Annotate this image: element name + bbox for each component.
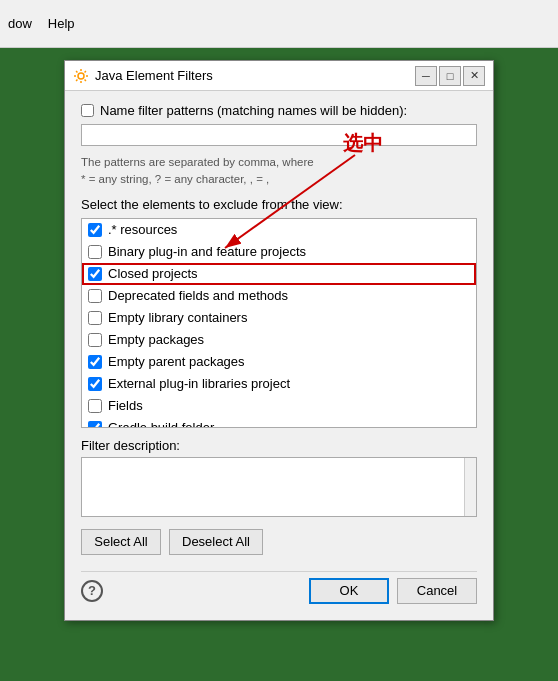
list-item[interactable]: Gradle build folder — [82, 417, 476, 428]
dialog-titlebar: Java Element Filters ─ □ ✕ — [65, 61, 493, 91]
menu-window[interactable]: dow — [8, 16, 32, 31]
checkbox-6[interactable] — [88, 355, 102, 369]
name-filter-row: Name filter patterns (matching names wil… — [81, 103, 477, 118]
select-all-button[interactable]: Select All — [81, 529, 161, 555]
list-item[interactable]: External plug-in libraries project — [82, 373, 476, 395]
checkbox-9[interactable] — [88, 421, 102, 428]
list-item-label: Empty library containers — [108, 310, 247, 325]
list-item-label: Gradle build folder — [108, 420, 214, 428]
bottom-buttons: OK Cancel — [309, 578, 477, 604]
dialog-title: Java Element Filters — [95, 68, 415, 83]
checkbox-1[interactable] — [88, 245, 102, 259]
name-filter-label: Name filter patterns (matching names wil… — [100, 103, 407, 118]
bottom-row: ? OK Cancel — [81, 571, 477, 608]
checkbox-2[interactable] — [88, 267, 102, 281]
java-element-filters-dialog: Java Element Filters ─ □ ✕ Name filter p… — [64, 60, 494, 620]
cancel-button[interactable]: Cancel — [397, 578, 477, 604]
list-item[interactable]: Binary plug-in and feature projects — [82, 241, 476, 263]
checkbox-7[interactable] — [88, 377, 102, 391]
checkbox-3[interactable] — [88, 289, 102, 303]
list-item[interactable]: .* resources — [82, 219, 476, 241]
close-button[interactable]: ✕ — [463, 66, 485, 86]
list-item-label: Empty parent packages — [108, 354, 245, 369]
hint-line2: * = any string, ? = any character, , = , — [81, 173, 269, 185]
menu-help[interactable]: Help — [48, 16, 75, 31]
list-item-label: Closed projects — [108, 266, 198, 281]
list-item[interactable]: Empty parent packages — [82, 351, 476, 373]
list-item[interactable]: Empty library containers — [82, 307, 476, 329]
filter-desc-label: Filter description: — [81, 438, 477, 453]
list-item-label: External plug-in libraries project — [108, 376, 290, 391]
deselect-all-button[interactable]: Deselect All — [169, 529, 263, 555]
filter-list[interactable]: .* resourcesBinary plug-in and feature p… — [81, 218, 477, 428]
list-item-label: Fields — [108, 398, 143, 413]
section-label: Select the elements to exclude from the … — [81, 197, 477, 212]
checkbox-8[interactable] — [88, 399, 102, 413]
minimize-button[interactable]: ─ — [415, 66, 437, 86]
ok-button[interactable]: OK — [309, 578, 389, 604]
background-menubar: dow Help — [0, 0, 558, 48]
list-item[interactable]: Deprecated fields and methods — [82, 285, 476, 307]
list-item-label: .* resources — [108, 222, 177, 237]
checkbox-5[interactable] — [88, 333, 102, 347]
name-filter-checkbox[interactable] — [81, 104, 94, 117]
name-filter-input[interactable] — [81, 124, 477, 146]
list-item-label: Deprecated fields and methods — [108, 288, 288, 303]
help-icon[interactable]: ? — [81, 580, 103, 602]
list-item[interactable]: Fields — [82, 395, 476, 417]
dialog-icon — [73, 68, 89, 84]
titlebar-buttons: ─ □ ✕ — [415, 66, 485, 86]
svg-point-0 — [78, 73, 84, 79]
checkbox-0[interactable] — [88, 223, 102, 237]
list-item-label: Binary plug-in and feature projects — [108, 244, 306, 259]
filter-desc-box — [81, 457, 477, 517]
hint-line1: The patterns are separated by comma, whe… — [81, 156, 314, 168]
list-item[interactable]: Closed projects — [82, 263, 476, 285]
filter-desc-scrollbar — [464, 458, 476, 516]
checkbox-4[interactable] — [88, 311, 102, 325]
list-item[interactable]: Empty packages — [82, 329, 476, 351]
dialog-content: Name filter patterns (matching names wil… — [65, 91, 493, 619]
hint-text: The patterns are separated by comma, whe… — [81, 154, 477, 186]
filter-desc-textarea[interactable] — [82, 458, 476, 516]
list-item-label: Empty packages — [108, 332, 204, 347]
maximize-button[interactable]: □ — [439, 66, 461, 86]
selection-buttons-row: Select All Deselect All — [81, 529, 477, 555]
